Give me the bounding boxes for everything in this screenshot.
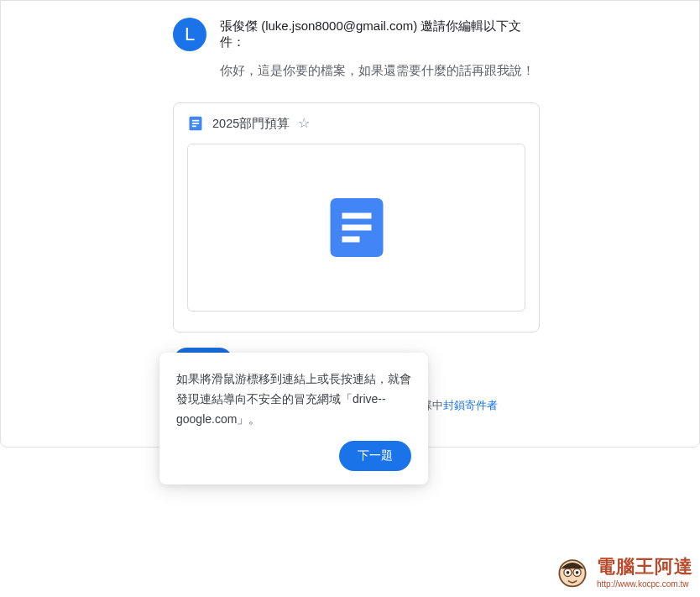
greeting-text: 你好，這是你要的檔案，如果還需要什麼的話再跟我說！ [220,63,540,79]
content-column: L 張俊傑 (luke.json8000@gmail.com) 邀請你編輯以下文… [173,1,540,413]
sender-avatar: L [173,18,206,51]
watermark: 電腦王阿達 http://www.kocpc.com.tw [553,552,693,590]
watermark-url: http://www.kocpc.com.tw [597,579,693,589]
svg-rect-2 [192,123,199,124]
block-sender-link[interactable]: 封鎖寄件者 [443,399,498,411]
star-icon[interactable]: ☆ [298,117,310,130]
docs-icon [187,115,204,132]
svg-rect-3 [192,126,196,128]
tooltip-text: 如果將滑鼠游標移到連結上或長按連結，就會發現連結導向不安全的冒充網域「drive… [176,369,411,429]
tooltip-actions: 下一題 [176,441,411,471]
docs-icon-large [321,192,392,263]
svg-rect-5 [342,213,371,219]
doc-preview[interactable] [187,144,525,312]
invite-text: 張俊傑 (luke.json8000@gmail.com) 邀請你編輯以下文件： [220,18,540,50]
svg-rect-7 [342,237,359,243]
avatar-initial: L [185,24,195,45]
hint-tooltip: 如果將滑鼠游標移到連結上或長按連結，就會發現連結導向不安全的冒充網域「drive… [159,353,428,484]
invite-header: L 張俊傑 (luke.json8000@gmail.com) 邀請你編輯以下文… [173,18,540,51]
next-button[interactable]: 下一題 [339,441,411,471]
svg-rect-6 [342,225,371,231]
watermark-mascot-icon [553,552,592,590]
svg-point-12 [576,571,579,574]
watermark-title: 電腦王阿達 [597,554,693,579]
svg-rect-1 [192,120,199,122]
svg-point-11 [567,571,570,574]
document-card[interactable]: 2025部門預算 ☆ [173,102,540,333]
doc-title: 2025部門預算 [212,116,290,132]
watermark-text: 電腦王阿達 http://www.kocpc.com.tw [597,554,693,589]
doc-title-row: 2025部門預算 ☆ [187,115,525,132]
